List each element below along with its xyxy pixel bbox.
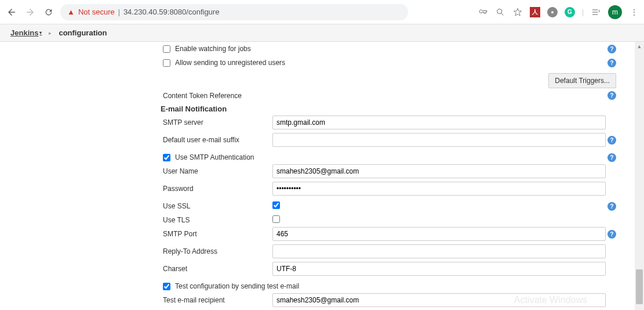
allow-unregistered-row[interactable]: Allow sending to unregistered users xyxy=(161,57,606,68)
address-bar[interactable]: ▲ Not secure | 34.230.40.59:8080/configu… xyxy=(60,4,408,20)
browser-toolbar: ▲ Not secure | 34.230.40.59:8080/configu… xyxy=(0,0,644,24)
help-icon[interactable]: ? xyxy=(607,153,616,162)
security-status: Not secure xyxy=(78,8,115,16)
extension-pdf-icon[interactable]: 人 xyxy=(530,7,540,17)
url-text: 34.230.40.59:8080/configure xyxy=(123,8,220,16)
breadcrumb-separator-icon: ▸ xyxy=(49,30,52,36)
enable-watching-label: Enable watching for jobs xyxy=(175,45,251,53)
star-icon[interactable] xyxy=(512,7,523,17)
media-icon[interactable] xyxy=(591,7,601,17)
extension-grammarly-icon[interactable]: G xyxy=(565,7,575,17)
forward-button[interactable] xyxy=(23,5,37,19)
charset-input[interactable] xyxy=(272,262,606,276)
reply-to-label: Reply-To Address xyxy=(161,247,272,255)
smtp-port-label: SMTP Port xyxy=(161,230,272,238)
test-recipient-label: Test e-mail recipient xyxy=(161,296,272,304)
profile-avatar[interactable]: m xyxy=(608,5,622,19)
suffix-label: Default user e-mail suffix xyxy=(161,136,272,144)
key-icon[interactable] xyxy=(478,7,488,17)
chevron-down-icon: ▾ xyxy=(39,30,42,35)
use-smtp-auth-checkbox[interactable] xyxy=(163,154,170,161)
content-token-reference[interactable]: Content Token Reference xyxy=(161,89,606,102)
charset-label: Charset xyxy=(161,265,272,273)
kebab-menu-icon[interactable]: ⋮ xyxy=(629,7,639,17)
help-icon[interactable]: ? xyxy=(607,45,616,53)
username-input[interactable] xyxy=(272,164,606,178)
breadcrumb-current: configuration xyxy=(59,28,107,37)
content-area: Enable watching for jobs ? Allow sending… xyxy=(0,42,634,310)
use-tls-label: Use TLS xyxy=(161,216,272,224)
divider: | xyxy=(582,8,584,16)
extension-circle-icon[interactable]: ● xyxy=(547,7,558,17)
password-label: Password xyxy=(161,185,272,193)
use-ssl-label: Use SSL xyxy=(161,202,272,210)
allow-unregistered-checkbox[interactable] xyxy=(163,59,170,67)
use-smtp-auth-row[interactable]: Use SMTP Authentication xyxy=(161,152,606,163)
use-smtp-auth-label: Use SMTP Authentication xyxy=(175,153,254,161)
username-label: User Name xyxy=(161,167,272,175)
help-icon[interactable]: ? xyxy=(607,230,616,239)
default-triggers-button[interactable]: Default Triggers... xyxy=(548,73,616,88)
vertical-scrollbar[interactable]: ▲ xyxy=(635,42,644,310)
breadcrumb: Jenkins ▾ ▸ configuration xyxy=(0,24,644,42)
scroll-thumb[interactable] xyxy=(636,269,643,304)
svg-line-1 xyxy=(501,13,504,15)
scroll-up-arrow-icon[interactable]: ▲ xyxy=(635,42,644,51)
help-icon[interactable]: ? xyxy=(607,136,616,145)
warning-icon: ▲ xyxy=(67,8,75,16)
suffix-input[interactable] xyxy=(272,133,606,147)
breadcrumb-jenkins-link[interactable]: Jenkins ▾ xyxy=(10,28,42,37)
password-input[interactable] xyxy=(272,182,606,196)
zoom-icon[interactable] xyxy=(495,7,505,17)
test-config-label: Test configuration by sending test e-mai… xyxy=(175,282,299,290)
email-notification-section: E-mail Notification xyxy=(161,102,616,116)
smtp-server-label: SMTP server xyxy=(161,118,272,127)
test-config-checkbox[interactable] xyxy=(163,283,170,290)
test-config-row[interactable]: Test configuration by sending test e-mai… xyxy=(161,281,606,291)
smtp-port-input[interactable] xyxy=(272,227,606,241)
help-icon[interactable]: ? xyxy=(607,91,616,100)
help-icon[interactable]: ? xyxy=(607,202,616,211)
smtp-server-input[interactable] xyxy=(272,116,606,129)
enable-watching-checkbox[interactable] xyxy=(163,45,170,53)
url-separator: | xyxy=(118,8,120,16)
reply-to-input[interactable] xyxy=(272,244,606,258)
enable-watching-row[interactable]: Enable watching for jobs xyxy=(161,44,606,54)
test-recipient-input[interactable] xyxy=(272,293,606,307)
reload-button[interactable] xyxy=(42,5,56,19)
allow-unregistered-label: Allow sending to unregistered users xyxy=(175,59,285,67)
back-button[interactable] xyxy=(5,5,19,19)
use-ssl-checkbox[interactable] xyxy=(272,201,280,209)
help-icon[interactable]: ? xyxy=(607,59,616,67)
use-tls-checkbox[interactable] xyxy=(272,215,280,223)
svg-point-0 xyxy=(497,9,502,13)
